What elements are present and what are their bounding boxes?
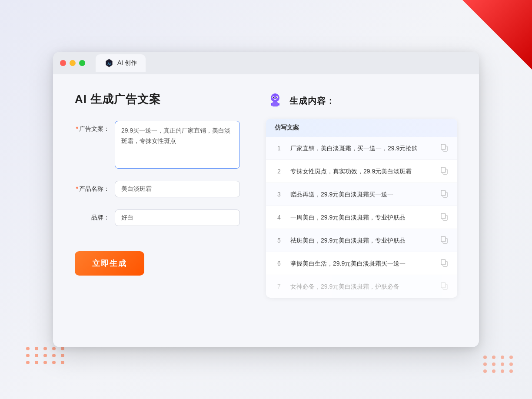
svg-rect-8 [274, 99, 276, 100]
brand-group: 品牌： [75, 209, 240, 226]
product-name-label: *产品名称： [75, 181, 110, 193]
result-row-num: 3 [275, 191, 283, 198]
result-row-num: 6 [275, 260, 283, 267]
content-area: AI 生成广告文案 *广告文案： 29.9买一送一，真正的厂家直销，美白淡斑霜，… [53, 74, 479, 347]
decorative-dots-bl [26, 347, 66, 364]
ad-copy-group: *广告文案： 29.9买一送一，真正的厂家直销，美白淡斑霜，专抹女性斑点 [75, 121, 240, 169]
copy-icon[interactable] [440, 281, 449, 292]
result-row-text: 赠品再送，29.9元美白淡斑霜买一送一 [290, 190, 433, 199]
copy-icon[interactable] [440, 212, 449, 223]
result-row: 6掌握美白生活，29.9元美白淡斑霜买一送一 [266, 252, 457, 275]
generate-button[interactable]: 立即生成 [75, 251, 144, 276]
product-name-group: *产品名称： [75, 181, 240, 197]
browser-window: AI AI 创作 AI 生成广告文案 *广告文案： 29.9买一送一，真正的厂家… [53, 52, 479, 347]
svg-rect-14 [441, 144, 446, 150]
browser-tab[interactable]: AI AI 创作 [96, 54, 146, 72]
svg-rect-24 [441, 259, 446, 265]
ad-copy-label: *广告文案： [75, 121, 110, 133]
result-table: 仿写文案 1厂家直销，美白淡斑霜，买一送一，29.9元抢购 2专抹女性斑点，真实… [266, 119, 457, 298]
result-row: 1厂家直销，美白淡斑霜，买一送一，29.9元抢购 [266, 137, 457, 160]
svg-point-6 [273, 97, 274, 98]
result-row-text: 厂家直销，美白淡斑霜，买一送一，29.9元抢购 [290, 144, 433, 153]
copy-icon[interactable] [440, 189, 449, 200]
copy-icon[interactable] [440, 258, 449, 269]
result-row-num: 7 [275, 283, 283, 290]
result-table-header: 仿写文案 [266, 119, 457, 137]
svg-rect-20 [441, 213, 446, 219]
result-row: 4一周美白，29.9元美白淡斑霜，专业护肤品 [266, 206, 457, 229]
svg-rect-18 [441, 190, 446, 196]
result-row: 7女神必备，29.9元美白淡斑霜，护肤必备 [266, 275, 457, 298]
svg-text:AI: AI [107, 62, 110, 66]
ai-tab-icon: AI [104, 58, 114, 68]
result-row-num: 1 [275, 145, 283, 152]
result-row-text: 掌握美白生活，29.9元美白淡斑霜买一送一 [290, 259, 433, 268]
result-row-num: 2 [275, 168, 283, 175]
decorative-dots-br [483, 356, 515, 373]
result-row: 5祛斑美白，29.9元美白淡斑霜，专业护肤品 [266, 229, 457, 252]
result-row: 2专抹女性斑点，真实功效，29.9元美白淡斑霜 [266, 160, 457, 183]
copy-icon[interactable] [440, 235, 449, 246]
title-bar: AI AI 创作 [53, 52, 479, 74]
brand-input[interactable] [115, 209, 240, 226]
right-panel: 生成内容： 仿写文案 1厂家直销，美白淡斑霜，买一送一，29.9元抢购 2专抹女… [266, 92, 457, 330]
svg-rect-16 [441, 167, 446, 173]
traffic-light-close[interactable] [60, 60, 66, 66]
result-row: 3赠品再送，29.9元美白淡斑霜买一送一 [266, 183, 457, 206]
copy-icon[interactable] [440, 143, 449, 153]
robot-icon [266, 92, 284, 110]
brand-label: 品牌： [75, 209, 110, 222]
result-row-text: 专抹女性斑点，真实功效，29.9元美白淡斑霜 [290, 167, 433, 176]
ad-copy-textarea[interactable]: 29.9买一送一，真正的厂家直销，美白淡斑霜，专抹女性斑点 [115, 121, 240, 169]
result-title: 生成内容： [289, 95, 335, 107]
page-title: AI 生成广告文案 [75, 92, 240, 107]
result-row-text: 女神必备，29.9元美白淡斑霜，护肤必备 [290, 282, 433, 291]
result-row-text: 一周美白，29.9元美白淡斑霜，专业护肤品 [290, 213, 433, 222]
tab-label: AI 创作 [117, 59, 137, 67]
svg-point-7 [276, 97, 277, 98]
copy-icon[interactable] [440, 166, 449, 176]
product-name-required: * [76, 185, 78, 192]
product-name-input[interactable] [115, 181, 240, 197]
ad-copy-required: * [76, 125, 78, 132]
traffic-light-minimize[interactable] [70, 60, 76, 66]
svg-rect-10 [278, 103, 279, 106]
result-header: 生成内容： [266, 92, 457, 110]
result-rows-container: 1厂家直销，美白淡斑霜，买一送一，29.9元抢购 2专抹女性斑点，真实功效，29… [266, 137, 457, 298]
result-row-num: 4 [275, 214, 283, 221]
svg-rect-22 [441, 236, 446, 242]
traffic-lights [60, 60, 85, 66]
result-row-text: 祛斑美白，29.9元美白淡斑霜，专业护肤品 [290, 236, 433, 245]
svg-rect-3 [272, 102, 278, 106]
left-panel: AI 生成广告文案 *广告文案： 29.9买一送一，真正的厂家直销，美白淡斑霜，… [75, 92, 240, 330]
svg-rect-26 [441, 283, 446, 288]
result-row-num: 5 [275, 237, 283, 244]
traffic-light-maximize[interactable] [79, 60, 85, 66]
svg-rect-9 [271, 103, 272, 106]
